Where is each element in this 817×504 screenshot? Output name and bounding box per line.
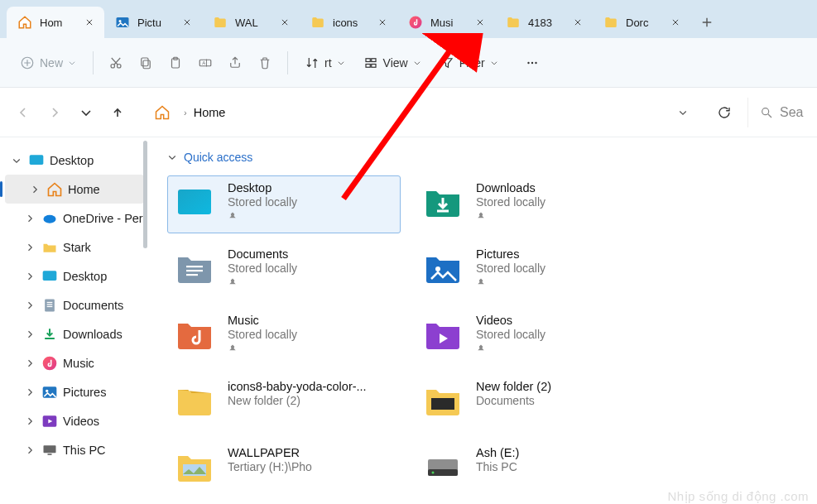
item-sub: This PC <box>476 460 519 473</box>
sidebar-item-videos[interactable]: Videos <box>0 406 149 435</box>
copy-button[interactable] <box>132 49 160 77</box>
delete-button[interactable] <box>251 49 279 77</box>
item-videos[interactable]: Videos Stored locally <box>416 308 649 366</box>
tab-label: Musi <box>430 17 470 29</box>
item-sub: Stored locally <box>228 262 297 275</box>
sidebar-item-stark[interactable]: Stark <box>0 233 149 262</box>
new-button[interactable]: New <box>12 50 84 75</box>
sidebar-item-music[interactable]: Music <box>0 348 149 377</box>
search-box[interactable]: Sea <box>747 98 810 127</box>
item-sub: Stored locally <box>228 195 297 209</box>
section-quick-access[interactable]: Quick access <box>167 151 809 164</box>
tab-icons[interactable]: icons <box>300 7 397 38</box>
tab-dorc[interactable]: Dorc <box>593 7 690 38</box>
chevron-icon[interactable] <box>25 444 36 456</box>
svg-rect-20 <box>30 155 44 165</box>
sidebar-item-label: OneDrive - Per <box>63 212 143 225</box>
toolbar: New rt View Filter <box>0 38 817 88</box>
desktop-big-icon <box>173 181 216 224</box>
more-button[interactable] <box>518 49 546 77</box>
item-icons8-baby-yoda-color-[interactable]: icons8-baby-yoda-color-... New folder (2… <box>167 374 401 432</box>
rename-button[interactable] <box>191 49 219 77</box>
chevron-icon[interactable] <box>25 271 36 282</box>
up-button[interactable] <box>106 101 129 124</box>
folder-icon <box>41 239 58 256</box>
item-pictures[interactable]: Pictures Stored locally <box>416 242 649 300</box>
sidebar-item-downloads[interactable]: Downloads <box>0 319 149 348</box>
address-bar[interactable]: › Home <box>146 98 701 127</box>
close-icon[interactable] <box>376 16 389 29</box>
breadcrumb-location[interactable]: Home <box>194 106 226 119</box>
tab-strip: Hom Pictu WAL icons Musi 4183 Dorc <box>0 0 817 38</box>
chevron-icon[interactable] <box>25 386 36 398</box>
sidebar-scrollbar[interactable] <box>143 141 147 248</box>
svg-rect-23 <box>45 299 55 311</box>
videos-icon <box>41 413 58 430</box>
svg-point-42 <box>432 472 435 474</box>
tab-4183[interactable]: 4183 <box>495 7 593 38</box>
pictures-big-icon <box>421 247 464 290</box>
svg-point-21 <box>44 214 56 223</box>
item-desktop[interactable]: Desktop Stored locally <box>167 175 401 233</box>
onedrive-icon <box>41 210 58 227</box>
item-ash-e-[interactable]: Ash (E:) This PC <box>416 440 649 498</box>
item-music[interactable]: Music Stored locally <box>167 308 401 366</box>
cut-button[interactable] <box>102 49 130 77</box>
chevron-icon[interactable] <box>25 358 36 369</box>
close-icon[interactable] <box>669 16 682 29</box>
close-icon[interactable] <box>180 16 194 29</box>
chevron-icon[interactable] <box>25 300 36 311</box>
chevron-icon[interactable] <box>30 184 41 195</box>
item-wallpaper[interactable]: WALLPAPER Tertiary (H:)\Pho <box>167 440 401 498</box>
recent-button[interactable] <box>74 101 98 124</box>
pin-icon <box>228 211 297 223</box>
item-documents[interactable]: Documents Stored locally <box>167 242 401 300</box>
address-dropdown[interactable] <box>673 108 693 118</box>
folderdark-big-icon <box>421 380 464 423</box>
filter-label: Filter <box>459 56 485 70</box>
sidebar-item-this-pc[interactable]: This PC <box>0 435 149 464</box>
documents-icon <box>41 297 58 314</box>
forward-button[interactable] <box>43 101 66 124</box>
chevron-icon[interactable] <box>25 213 36 224</box>
sidebar-item-desktop[interactable]: Desktop <box>0 146 149 175</box>
item-downloads[interactable]: Downloads Stored locally <box>416 175 649 233</box>
view-label: View <box>383 56 408 70</box>
share-button[interactable] <box>221 49 249 77</box>
sidebar-item-pictures[interactable]: Pictures <box>0 377 149 406</box>
folder-icon <box>310 14 326 31</box>
filter-button[interactable]: Filter <box>431 50 507 75</box>
paste-button[interactable] <box>161 49 190 77</box>
svg-point-18 <box>119 20 122 22</box>
close-icon[interactable] <box>83 16 96 29</box>
sort-button[interactable]: rt <box>296 50 353 75</box>
item-new-folder-2-[interactable]: New folder (2) Documents <box>416 374 649 432</box>
content-pane: Quick access Desktop Stored locally Down… <box>149 137 817 504</box>
close-icon[interactable] <box>571 16 584 29</box>
chevron-icon[interactable] <box>25 415 36 427</box>
videos-big-icon <box>421 314 464 357</box>
tab-musi[interactable]: Musi <box>397 7 495 38</box>
view-button[interactable]: View <box>355 50 430 75</box>
pin-icon <box>228 343 297 356</box>
svg-rect-22 <box>43 271 57 281</box>
close-icon[interactable] <box>278 16 291 29</box>
tab-label: Dorc <box>626 17 666 29</box>
sidebar-item-home[interactable]: Home <box>5 175 144 204</box>
tab-pictu[interactable]: Pictu <box>104 7 202 38</box>
sidebar-item-desktop[interactable]: Desktop <box>0 262 149 290</box>
chevron-icon[interactable] <box>25 242 36 253</box>
new-tab-button[interactable] <box>690 7 723 38</box>
sidebar-item-documents[interactable]: Documents <box>0 290 149 319</box>
sidebar-item-label: Documents <box>63 299 123 312</box>
chevron-icon[interactable] <box>25 329 36 340</box>
sidebar-item-onedrive-per[interactable]: OneDrive - Per <box>0 204 149 233</box>
item-sub: Tertiary (H:)\Pho <box>228 460 312 473</box>
refresh-button[interactable] <box>708 96 741 129</box>
item-name: Pictures <box>476 247 545 261</box>
tab-wal[interactable]: WAL <box>202 7 300 38</box>
close-icon[interactable] <box>473 16 487 29</box>
chevron-icon[interactable] <box>12 155 23 166</box>
back-button[interactable] <box>12 101 35 124</box>
tab-hom[interactable]: Hom <box>7 7 104 38</box>
